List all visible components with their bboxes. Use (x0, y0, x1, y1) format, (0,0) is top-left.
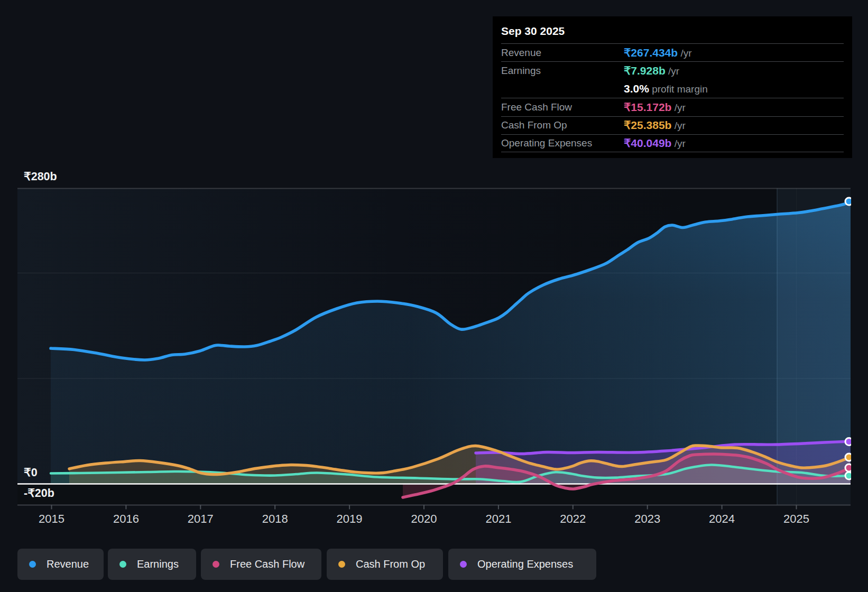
svg-text:2020: 2020 (411, 512, 437, 525)
svg-text:2019: 2019 (337, 512, 363, 525)
svg-text:-₹20b: -₹20b (24, 487, 54, 500)
svg-text:2017: 2017 (188, 512, 214, 525)
svg-text:2021: 2021 (485, 512, 511, 525)
svg-text:2023: 2023 (634, 512, 660, 525)
svg-text:2022: 2022 (560, 512, 586, 525)
svg-text:2024: 2024 (709, 512, 735, 525)
svg-text:₹0: ₹0 (24, 466, 38, 479)
svg-text:2018: 2018 (262, 512, 288, 525)
svg-text:2016: 2016 (113, 512, 139, 525)
svg-text:2015: 2015 (39, 512, 64, 525)
svg-text:₹280b: ₹280b (24, 170, 57, 183)
svg-text:2025: 2025 (783, 512, 809, 525)
